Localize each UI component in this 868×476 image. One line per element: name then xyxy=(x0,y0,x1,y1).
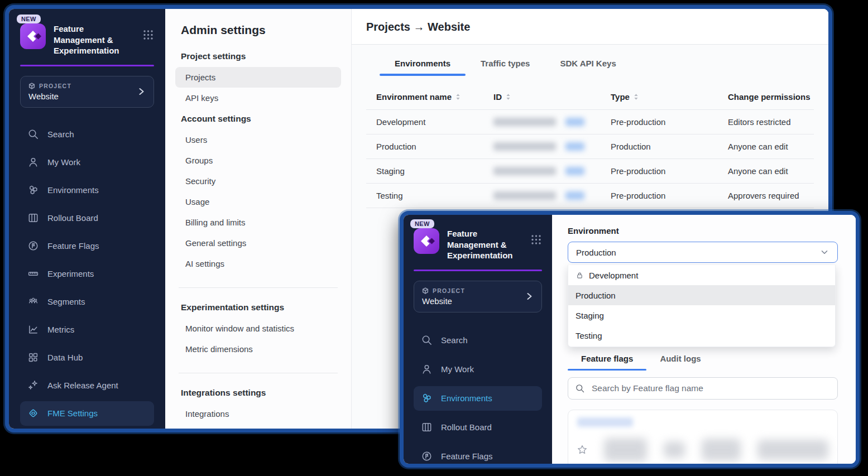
sidebar-item-rollout-board[interactable]: Rollout Board xyxy=(414,415,542,440)
search-input[interactable] xyxy=(591,383,831,394)
sidebar-item-environments[interactable]: Environments xyxy=(414,386,542,411)
flag-circle-icon xyxy=(27,240,39,252)
sort-icon[interactable] xyxy=(506,93,511,100)
env-permissions: Editors restricted xyxy=(728,117,814,127)
sidebar-item-search[interactable]: Search xyxy=(20,122,154,147)
main-nav: Search My Work Environments Rollout Boar… xyxy=(20,122,154,433)
admin-item-groups[interactable]: Groups xyxy=(175,150,341,171)
sidebar-item-my-work[interactable]: My Work xyxy=(20,150,154,175)
cube-icon xyxy=(422,287,429,294)
tab-traffic-types[interactable]: Traffic types xyxy=(466,51,545,76)
sidebar-item-metrics[interactable]: Metrics xyxy=(20,318,154,342)
sort-icon[interactable] xyxy=(455,93,461,100)
sidebar-item-feature-flags[interactable]: Feature Flags xyxy=(414,444,542,468)
lock-icon xyxy=(576,271,584,280)
redacted-id-value xyxy=(493,118,556,126)
redacted-id-value xyxy=(493,167,556,175)
admin-item-api-keys[interactable]: API keys xyxy=(175,88,341,108)
project-selector[interactable]: PROJECT Website xyxy=(20,76,154,108)
sidebar-item-segments[interactable]: Segments xyxy=(20,290,154,314)
table-row[interactable]: Testing Pre-production Approvers require… xyxy=(366,183,814,208)
dropdown-option-staging[interactable]: Staging xyxy=(568,305,835,325)
sidebar-item-data-hub[interactable]: Data Hub xyxy=(20,345,154,370)
main-sidebar: NEW Feature Management & Experimentation… xyxy=(9,9,165,429)
env-name: Testing xyxy=(376,191,493,200)
redacted-content xyxy=(604,438,647,461)
project-name: Website xyxy=(422,296,525,306)
env-type: Pre-production xyxy=(611,166,728,176)
col-environment-name[interactable]: Environment name xyxy=(376,92,452,102)
sidebar-item-label: Experiments xyxy=(47,269,94,278)
sidebar-item-fme-settings[interactable]: FME Settings xyxy=(20,401,154,426)
sidebar-item-label: Segments xyxy=(47,297,85,306)
sidebar-item-label: Rollout Board xyxy=(47,213,98,223)
sidebar-item-experiments[interactable]: Experiments xyxy=(20,262,154,286)
environment-select[interactable]: Production xyxy=(568,242,838,263)
admin-item-ai-settings[interactable]: AI settings xyxy=(175,253,341,274)
admin-item-usage[interactable]: Usage xyxy=(175,191,341,212)
new-badge: NEW xyxy=(17,15,41,23)
fme-diamond-icon xyxy=(27,407,39,419)
person-icon xyxy=(421,363,433,375)
sidebar-item-ask-release-agent[interactable]: Ask Release Agent xyxy=(20,373,154,398)
redacted-content xyxy=(757,440,828,460)
app-switcher-grid-icon[interactable] xyxy=(142,29,154,43)
table-row[interactable]: Production Production Anyone can edit xyxy=(366,134,814,158)
chart-icon xyxy=(27,324,39,335)
sort-icon[interactable] xyxy=(634,93,639,100)
dropdown-option-development[interactable]: Development xyxy=(568,265,835,285)
redacted-copy-link[interactable] xyxy=(565,118,584,126)
admin-item-integrations[interactable]: Integrations xyxy=(175,403,341,424)
admin-item-projects[interactable]: Projects xyxy=(175,67,341,88)
sidebar-item-label: Environments xyxy=(47,185,99,195)
admin-item-security[interactable]: Security xyxy=(175,171,341,191)
environment-select-value: Production xyxy=(576,248,616,257)
projects-tabs: Environments Traffic types SDK API Keys xyxy=(352,51,828,76)
admin-item-monitor-window[interactable]: Monitor window and statistics xyxy=(175,318,341,339)
col-id[interactable]: ID xyxy=(493,92,502,102)
admin-item-metric-dimensions[interactable]: Metric dimensions xyxy=(175,339,341,359)
env-type: Production xyxy=(611,142,728,151)
sidebar-item-label: Environments xyxy=(441,393,492,403)
sidebar-item-my-work[interactable]: My Work xyxy=(414,357,542,382)
feature-flag-card[interactable] xyxy=(568,410,838,468)
admin-item-users[interactable]: Users xyxy=(175,129,341,150)
dropdown-option-production[interactable]: Production xyxy=(568,285,835,305)
app-logo-block: NEW Feature Management & Experimentation xyxy=(414,222,542,261)
sidebar-item-search[interactable]: Search xyxy=(414,328,542,353)
admin-settings-title: Admin settings xyxy=(181,23,335,37)
tab-environments[interactable]: Environments xyxy=(380,51,466,76)
admin-item-billing-and-limits[interactable]: Billing and limits xyxy=(175,212,341,233)
sidebar-item-label: Feature Flags xyxy=(47,241,99,251)
tab-audit-logs[interactable]: Audit logs xyxy=(646,348,714,371)
project-selector[interactable]: PROJECT Website xyxy=(414,281,542,312)
redacted-copy-link[interactable] xyxy=(565,142,584,151)
feature-flag-search[interactable] xyxy=(568,377,838,400)
table-row[interactable]: Staging Pre-production Anyone can edit xyxy=(366,158,814,183)
admin-item-general-settings[interactable]: General settings xyxy=(175,233,341,253)
redacted-copy-link[interactable] xyxy=(565,167,584,175)
sidebar-item-label: My Work xyxy=(47,157,80,167)
section-heading-account-settings: Account settings xyxy=(181,114,335,124)
admin-settings-panel: Admin settings Project settings Projects… xyxy=(165,9,352,429)
overlay-sidebar: NEW Feature Management & Experimentation… xyxy=(404,215,552,464)
person-icon xyxy=(27,156,39,168)
project-label: PROJECT xyxy=(39,83,71,89)
redacted-id-value xyxy=(493,191,556,200)
redacted-flag-link[interactable] xyxy=(577,417,633,427)
sidebar-item-environments[interactable]: Environments xyxy=(20,178,154,203)
env-name: Production xyxy=(376,142,493,151)
divider xyxy=(179,373,338,373)
sidebar-item-rollout-board[interactable]: Rollout Board xyxy=(20,206,154,230)
tab-feature-flags[interactable]: Feature flags xyxy=(568,348,646,371)
app-title: Feature Management & Experimentation xyxy=(54,23,136,56)
environment-dropdown-menu: Development Production Staging Testing xyxy=(568,265,836,347)
dropdown-option-testing[interactable]: Testing xyxy=(568,325,835,345)
col-type[interactable]: Type xyxy=(611,92,630,102)
table-row[interactable]: Development Pre-production Editors restr… xyxy=(366,109,814,134)
redacted-copy-link[interactable] xyxy=(565,191,584,200)
app-switcher-grid-icon[interactable] xyxy=(530,234,542,248)
sidebar-item-feature-flags[interactable]: Feature Flags xyxy=(20,234,154,258)
tab-sdk-api-keys[interactable]: SDK API Keys xyxy=(545,51,631,76)
star-icon[interactable] xyxy=(577,444,587,455)
